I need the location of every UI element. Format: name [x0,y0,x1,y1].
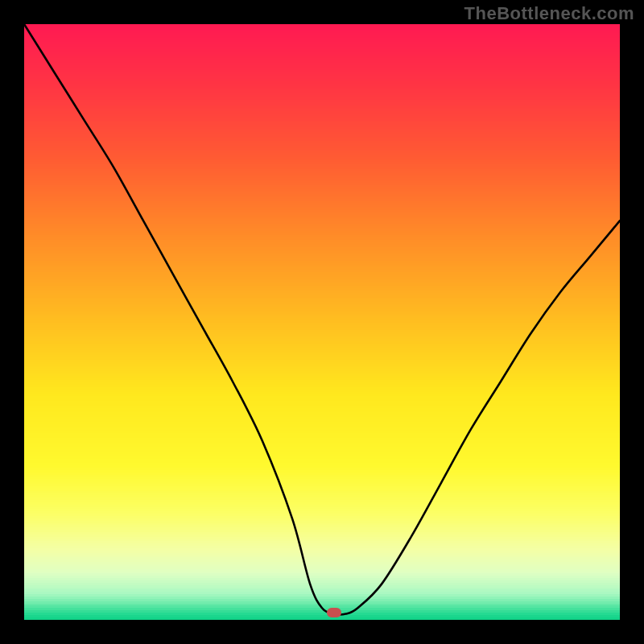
chart-frame: TheBottleneck.com [0,0,644,644]
optimum-marker [327,608,341,617]
plot-area [24,24,620,620]
curve-layer [24,24,620,620]
bottleneck-curve [24,24,620,615]
watermark-text: TheBottleneck.com [464,3,634,24]
